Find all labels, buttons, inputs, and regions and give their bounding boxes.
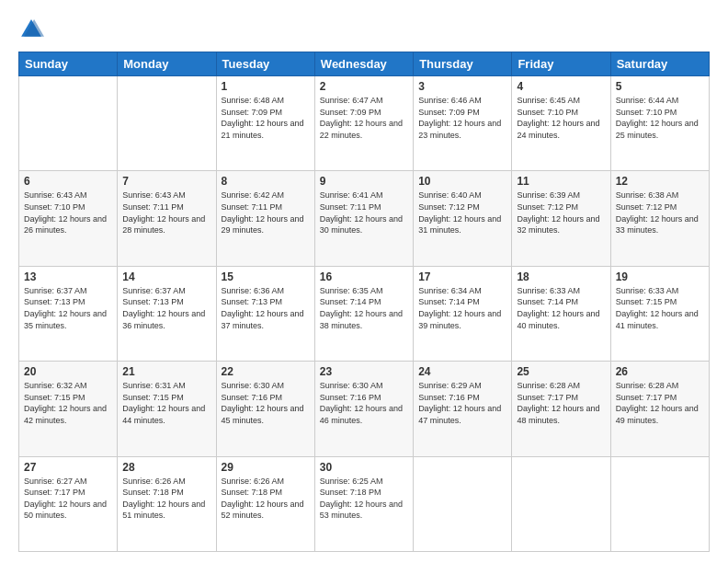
day-number: 27 [24,461,112,474]
day-number: 6 [24,175,112,188]
calendar-cell: 15Sunrise: 6:36 AM Sunset: 7:13 PM Dayli… [216,266,314,361]
day-info: Sunrise: 6:43 AM Sunset: 7:11 PM Dayligh… [122,190,210,236]
day-number: 24 [418,365,506,378]
calendar-cell: 30Sunrise: 6:25 AM Sunset: 7:18 PM Dayli… [314,456,413,551]
calendar-cell: 18Sunrise: 6:33 AM Sunset: 7:14 PM Dayli… [512,266,610,361]
calendar-cell: 4Sunrise: 6:45 AM Sunset: 7:10 PM Daylig… [512,76,610,171]
calendar-cell: 25Sunrise: 6:28 AM Sunset: 7:17 PM Dayli… [512,362,610,456]
day-number: 18 [517,270,605,283]
calendar-header-monday: Monday [118,52,216,76]
day-number: 19 [616,270,704,283]
day-info: Sunrise: 6:32 AM Sunset: 7:15 PM Dayligh… [24,380,112,426]
day-info: Sunrise: 6:26 AM Sunset: 7:18 PM Dayligh… [222,476,310,522]
day-info: Sunrise: 6:41 AM Sunset: 7:11 PM Dayligh… [320,190,408,236]
calendar-header-row: SundayMondayTuesdayWednesdayThursdayFrid… [19,52,710,76]
calendar-header-thursday: Thursday [414,52,512,76]
calendar-cell [512,456,610,551]
day-number: 28 [122,461,210,474]
calendar-cell: 29Sunrise: 6:26 AM Sunset: 7:18 PM Dayli… [216,456,314,551]
day-number: 7 [122,175,210,188]
calendar-cell: 19Sunrise: 6:33 AM Sunset: 7:15 PM Dayli… [610,266,709,361]
calendar-week-3: 20Sunrise: 6:32 AM Sunset: 7:15 PM Dayli… [19,362,710,456]
logo [18,17,48,42]
day-info: Sunrise: 6:42 AM Sunset: 7:11 PM Dayligh… [222,190,310,236]
day-number: 13 [24,270,112,283]
day-info: Sunrise: 6:37 AM Sunset: 7:13 PM Dayligh… [122,285,210,331]
day-info: Sunrise: 6:33 AM Sunset: 7:14 PM Dayligh… [517,285,605,331]
calendar-cell: 3Sunrise: 6:46 AM Sunset: 7:09 PM Daylig… [414,76,512,171]
day-info: Sunrise: 6:44 AM Sunset: 7:10 PM Dayligh… [616,95,704,141]
day-info: Sunrise: 6:30 AM Sunset: 7:16 PM Dayligh… [320,380,408,426]
calendar-week-0: 1Sunrise: 6:48 AM Sunset: 7:09 PM Daylig… [19,76,710,171]
day-info: Sunrise: 6:43 AM Sunset: 7:10 PM Dayligh… [24,190,112,236]
day-number: 9 [320,175,408,188]
day-info: Sunrise: 6:38 AM Sunset: 7:12 PM Dayligh… [616,190,704,236]
calendar-cell: 16Sunrise: 6:35 AM Sunset: 7:14 PM Dayli… [314,266,413,361]
calendar-cell [19,76,118,171]
day-number: 12 [616,175,704,188]
day-info: Sunrise: 6:35 AM Sunset: 7:14 PM Dayligh… [320,285,408,331]
day-info: Sunrise: 6:40 AM Sunset: 7:12 PM Dayligh… [418,190,506,236]
day-info: Sunrise: 6:28 AM Sunset: 7:17 PM Dayligh… [616,380,704,426]
day-info: Sunrise: 6:29 AM Sunset: 7:16 PM Dayligh… [418,380,506,426]
calendar-cell: 13Sunrise: 6:37 AM Sunset: 7:13 PM Dayli… [19,266,118,361]
calendar-cell: 2Sunrise: 6:47 AM Sunset: 7:09 PM Daylig… [314,76,413,171]
calendar-cell: 7Sunrise: 6:43 AM Sunset: 7:11 PM Daylig… [118,171,216,266]
day-info: Sunrise: 6:33 AM Sunset: 7:15 PM Dayligh… [616,285,704,331]
day-number: 26 [616,365,704,378]
day-info: Sunrise: 6:47 AM Sunset: 7:09 PM Dayligh… [320,95,408,141]
day-info: Sunrise: 6:27 AM Sunset: 7:17 PM Dayligh… [24,476,112,522]
calendar-header-sunday: Sunday [19,52,118,76]
day-number: 30 [320,461,408,474]
day-number: 17 [418,270,506,283]
day-number: 8 [222,175,310,188]
calendar-cell: 24Sunrise: 6:29 AM Sunset: 7:16 PM Dayli… [414,362,512,456]
day-info: Sunrise: 6:26 AM Sunset: 7:18 PM Dayligh… [122,476,210,522]
day-info: Sunrise: 6:39 AM Sunset: 7:12 PM Dayligh… [517,190,605,236]
day-info: Sunrise: 6:45 AM Sunset: 7:10 PM Dayligh… [517,95,605,141]
calendar-header-wednesday: Wednesday [314,52,413,76]
calendar-cell: 20Sunrise: 6:32 AM Sunset: 7:15 PM Dayli… [19,362,118,456]
day-info: Sunrise: 6:28 AM Sunset: 7:17 PM Dayligh… [517,380,605,426]
calendar-week-2: 13Sunrise: 6:37 AM Sunset: 7:13 PM Dayli… [19,266,710,361]
day-number: 22 [222,365,310,378]
top-bar [18,17,710,42]
calendar-cell: 9Sunrise: 6:41 AM Sunset: 7:11 PM Daylig… [314,171,413,266]
calendar-cell [610,456,709,551]
calendar-cell: 14Sunrise: 6:37 AM Sunset: 7:13 PM Dayli… [118,266,216,361]
calendar-cell: 22Sunrise: 6:30 AM Sunset: 7:16 PM Dayli… [216,362,314,456]
day-number: 21 [122,365,210,378]
calendar-cell: 8Sunrise: 6:42 AM Sunset: 7:11 PM Daylig… [216,171,314,266]
calendar-cell: 26Sunrise: 6:28 AM Sunset: 7:17 PM Dayli… [610,362,709,456]
day-number: 3 [418,80,506,93]
calendar-cell: 21Sunrise: 6:31 AM Sunset: 7:15 PM Dayli… [118,362,216,456]
day-info: Sunrise: 6:25 AM Sunset: 7:18 PM Dayligh… [320,476,408,522]
calendar-cell: 1Sunrise: 6:48 AM Sunset: 7:09 PM Daylig… [216,76,314,171]
day-info: Sunrise: 6:48 AM Sunset: 7:09 PM Dayligh… [222,95,310,141]
day-number: 10 [418,175,506,188]
calendar-cell [118,76,216,171]
calendar-cell: 17Sunrise: 6:34 AM Sunset: 7:14 PM Dayli… [414,266,512,361]
calendar-header-friday: Friday [512,52,610,76]
day-number: 2 [320,80,408,93]
page: SundayMondayTuesdayWednesdayThursdayFrid… [0,0,728,563]
calendar-week-1: 6Sunrise: 6:43 AM Sunset: 7:10 PM Daylig… [19,171,710,266]
day-number: 1 [222,80,310,93]
day-info: Sunrise: 6:31 AM Sunset: 7:15 PM Dayligh… [122,380,210,426]
day-number: 20 [24,365,112,378]
calendar-cell: 27Sunrise: 6:27 AM Sunset: 7:17 PM Dayli… [19,456,118,551]
calendar-cell: 6Sunrise: 6:43 AM Sunset: 7:10 PM Daylig… [19,171,118,266]
calendar-cell: 10Sunrise: 6:40 AM Sunset: 7:12 PM Dayli… [414,171,512,266]
calendar-cell: 12Sunrise: 6:38 AM Sunset: 7:12 PM Dayli… [610,171,709,266]
logo-icon [18,17,44,42]
day-number: 5 [616,80,704,93]
calendar-cell: 28Sunrise: 6:26 AM Sunset: 7:18 PM Dayli… [118,456,216,551]
day-number: 11 [517,175,605,188]
calendar-header-saturday: Saturday [610,52,709,76]
day-info: Sunrise: 6:46 AM Sunset: 7:09 PM Dayligh… [418,95,506,141]
calendar-header-tuesday: Tuesday [216,52,314,76]
calendar-cell: 5Sunrise: 6:44 AM Sunset: 7:10 PM Daylig… [610,76,709,171]
calendar-cell: 23Sunrise: 6:30 AM Sunset: 7:16 PM Dayli… [314,362,413,456]
day-info: Sunrise: 6:30 AM Sunset: 7:16 PM Dayligh… [222,380,310,426]
calendar-table: SundayMondayTuesdayWednesdayThursdayFrid… [18,52,710,552]
